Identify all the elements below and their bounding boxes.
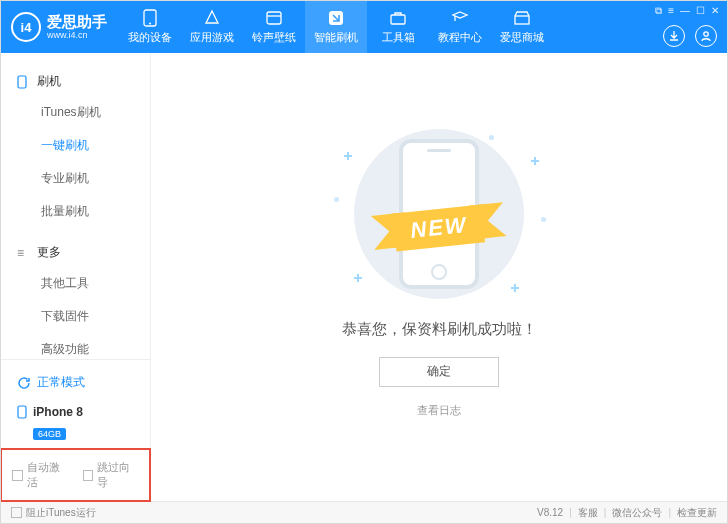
- main-content: NEW 恭喜您，保资料刷机成功啦！ 确定 查看日志: [151, 53, 727, 501]
- sidebar-item-oneclick-flash[interactable]: 一键刷机: [1, 129, 150, 162]
- nav-toolbox[interactable]: 工具箱: [367, 1, 429, 53]
- nav-label: 应用游戏: [190, 30, 234, 45]
- svg-point-6: [704, 32, 708, 36]
- toolbox-icon: [389, 9, 407, 27]
- ringtone-icon: [265, 9, 283, 27]
- nav-label: 我的设备: [128, 30, 172, 45]
- logo-badge: i4: [11, 12, 41, 42]
- phone-icon: [17, 405, 27, 419]
- wechat-link[interactable]: 微信公众号: [612, 506, 662, 520]
- window-controls: ⧉ ≡ — ☐ ✕: [655, 5, 719, 17]
- app-name: 爱思助手: [47, 14, 107, 29]
- device-info[interactable]: iPhone 8: [11, 401, 140, 423]
- svg-rect-8: [18, 406, 26, 418]
- checkbox-icon: [83, 470, 94, 481]
- sidebar-section-more: ≡ 更多: [1, 238, 150, 267]
- checkbox-icon: [11, 507, 22, 518]
- win-close-button[interactable]: ✕: [711, 5, 719, 17]
- nav-apps-games[interactable]: 应用游戏: [181, 1, 243, 53]
- store-icon: [513, 9, 531, 27]
- device-name: iPhone 8: [33, 405, 83, 419]
- view-log-link[interactable]: 查看日志: [417, 403, 461, 418]
- nav-label: 铃声壁纸: [252, 30, 296, 45]
- svg-rect-4: [391, 15, 405, 24]
- sidebar-item-other-tools[interactable]: 其他工具: [1, 267, 150, 300]
- checkbox-icon: [12, 470, 23, 481]
- version-label: V8.12: [537, 507, 563, 518]
- header-actions: [663, 25, 717, 47]
- skip-wizard-checkbox[interactable]: 跳过向导: [83, 460, 140, 490]
- win-minimize-button[interactable]: —: [680, 5, 690, 17]
- nav-label: 爱思商城: [500, 30, 544, 45]
- support-link[interactable]: 客服: [578, 506, 598, 520]
- sidebar-device-panel: 正常模式 iPhone 8 64GB: [1, 359, 150, 448]
- nav-ringtone-wallpaper[interactable]: 铃声壁纸: [243, 1, 305, 53]
- app-domain: www.i4.cn: [47, 31, 107, 40]
- device-icon: [141, 9, 159, 27]
- menu-icon: ≡: [17, 246, 31, 260]
- svg-rect-5: [515, 16, 529, 24]
- tutorial-icon: [451, 9, 469, 27]
- device-mode[interactable]: 正常模式: [11, 368, 140, 401]
- nav-my-device[interactable]: 我的设备: [119, 1, 181, 53]
- sidebar: 刷机 iTunes刷机 一键刷机 专业刷机 批量刷机 ≡ 更多 其他工具 下载固…: [1, 53, 151, 501]
- download-manager-button[interactable]: [663, 25, 685, 47]
- account-button[interactable]: [695, 25, 717, 47]
- capacity-badge: 64GB: [33, 428, 66, 440]
- refresh-icon: [17, 376, 31, 390]
- win-skin-button[interactable]: ⧉: [655, 5, 662, 17]
- win-maximize-button[interactable]: ☐: [696, 5, 705, 17]
- auto-activate-checkbox[interactable]: 自动激活: [12, 460, 69, 490]
- nav-tutorial[interactable]: 教程中心: [429, 1, 491, 53]
- sidebar-section-flash: 刷机: [1, 67, 150, 96]
- top-nav: 我的设备 应用游戏 铃声壁纸 智能刷机 工具箱 教程中心 爱思商城: [119, 1, 553, 53]
- check-update-link[interactable]: 检查更新: [677, 506, 717, 520]
- nav-label: 教程中心: [438, 30, 482, 45]
- phone-icon: [17, 75, 31, 89]
- success-message: 恭喜您，保资料刷机成功啦！: [342, 320, 537, 339]
- prevent-itunes-checkbox[interactable]: 阻止iTunes运行: [11, 506, 96, 520]
- sidebar-item-advanced[interactable]: 高级功能: [1, 333, 150, 359]
- app-logo[interactable]: i4 爱思助手 www.i4.cn: [1, 12, 119, 42]
- nav-label: 智能刷机: [314, 30, 358, 45]
- title-bar: i4 爱思助手 www.i4.cn 我的设备 应用游戏 铃声壁纸 智能刷机 工具…: [1, 1, 727, 53]
- flash-options-highlight: 自动激活 跳过向导: [0, 448, 151, 502]
- svg-rect-7: [18, 76, 26, 88]
- nav-label: 工具箱: [382, 30, 415, 45]
- svg-point-1: [149, 23, 151, 25]
- status-bar: 阻止iTunes运行 V8.12 | 客服 | 微信公众号 | 检查更新: [1, 501, 727, 523]
- sidebar-item-download-firmware[interactable]: 下载固件: [1, 300, 150, 333]
- apps-icon: [203, 9, 221, 27]
- ok-button[interactable]: 确定: [379, 357, 499, 387]
- sidebar-item-pro-flash[interactable]: 专业刷机: [1, 162, 150, 195]
- success-illustration: NEW: [324, 127, 554, 302]
- svg-rect-2: [267, 12, 281, 24]
- nav-store[interactable]: 爱思商城: [491, 1, 553, 53]
- sidebar-item-batch-flash[interactable]: 批量刷机: [1, 195, 150, 228]
- nav-smart-flash[interactable]: 智能刷机: [305, 1, 367, 53]
- sidebar-item-itunes-flash[interactable]: iTunes刷机: [1, 96, 150, 129]
- win-menu-button[interactable]: ≡: [668, 5, 674, 17]
- flash-icon: [327, 9, 345, 27]
